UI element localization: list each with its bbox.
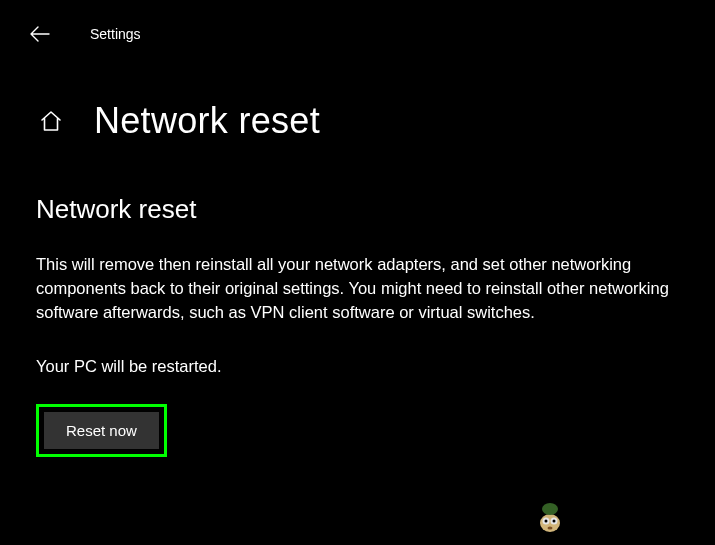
svg-point-1 <box>542 503 558 515</box>
section-description: This will remove then reinstall all your… <box>36 253 675 325</box>
content-area: Network reset This will remove then rein… <box>0 142 715 457</box>
header-title: Settings <box>90 26 141 42</box>
page-title: Network reset <box>94 100 320 142</box>
svg-point-4 <box>545 520 548 523</box>
button-highlight-box: Reset now <box>36 404 167 457</box>
reset-now-button[interactable]: Reset now <box>44 412 159 449</box>
home-icon[interactable] <box>38 108 64 134</box>
section-title: Network reset <box>36 194 675 225</box>
watermark-mascot-icon <box>530 495 570 535</box>
svg-point-6 <box>548 527 553 530</box>
back-arrow-icon[interactable] <box>28 22 52 46</box>
restart-note: Your PC will be restarted. <box>36 357 675 376</box>
page-title-row: Network reset <box>0 50 715 142</box>
header-bar: Settings <box>0 0 715 50</box>
svg-point-5 <box>553 520 556 523</box>
